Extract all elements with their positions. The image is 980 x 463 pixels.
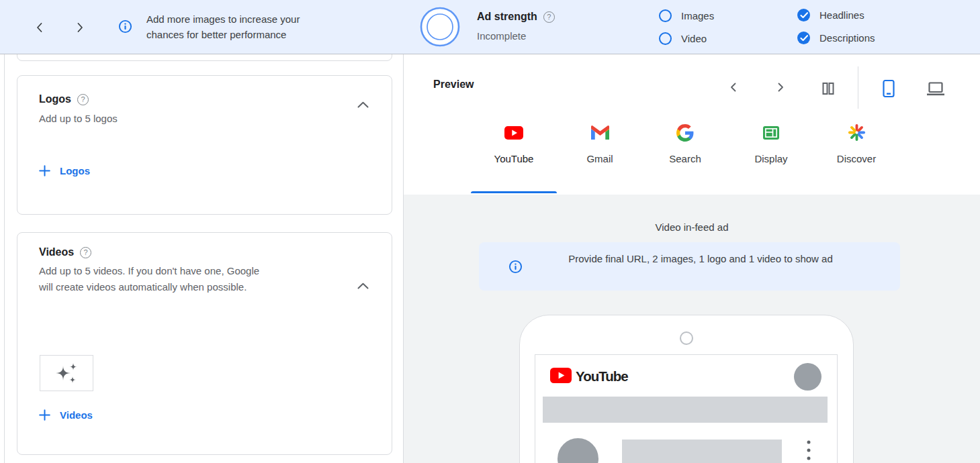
chevron-left-icon (728, 82, 739, 93)
phone-screen: YouTube (535, 354, 838, 463)
check-circle-icon (797, 9, 810, 21)
checklist-item-headlines[interactable]: Headlines (797, 9, 864, 21)
desktop-preview-icon (926, 81, 946, 97)
checklist-item-video[interactable]: Video (659, 32, 707, 45)
preview-info-banner: Provide final URL, 2 images, 1 logo and … (479, 242, 900, 291)
kebab-menu-icon (807, 440, 811, 463)
preview-previous-button[interactable] (724, 78, 743, 97)
add-logos-button[interactable]: Logos (38, 164, 91, 178)
ad-strength-label: Ad strength (477, 11, 537, 23)
logos-card-subtitle: Add up to 5 logos (39, 111, 118, 127)
youtube-logo: YouTube (550, 366, 644, 385)
preview-requirements-text: Provide final URL, 2 images, 1 logo and … (541, 251, 860, 267)
side-by-side-icon (821, 81, 836, 96)
chevron-left-icon (34, 21, 46, 34)
desktop-preview-toggle[interactable] (922, 77, 950, 101)
gmail-icon (557, 123, 643, 142)
videos-card-description: Add up to 5 videos. If you don't have on… (39, 263, 261, 295)
display-icon (728, 123, 814, 142)
help-icon[interactable]: ? (543, 11, 555, 23)
chevron-right-icon (775, 82, 786, 93)
preview-next-button[interactable] (771, 78, 790, 97)
checklist-item-images[interactable]: Images (659, 9, 714, 22)
help-icon[interactable]: ? (77, 94, 89, 105)
auto-video-sparkle-icon (52, 360, 81, 386)
ad-status-bar: Add more images to increase your chances… (0, 0, 980, 54)
check-circle-icon (797, 32, 810, 44)
youtube-icon (471, 123, 557, 142)
toolbar-divider (858, 66, 858, 109)
tab-search[interactable]: Search (642, 114, 728, 195)
performance-tip-text: Add more images to increase your chances… (146, 11, 322, 42)
radio-unchecked-icon (659, 9, 672, 22)
phone-mockup: YouTube (519, 315, 854, 463)
info-icon (118, 19, 132, 36)
add-videos-button[interactable]: Videos (38, 408, 94, 422)
panel-left-edge (4, 54, 5, 463)
tab-display[interactable]: Display (728, 114, 814, 195)
videos-card-title: Videos (39, 246, 74, 258)
chevron-up-icon (357, 101, 369, 108)
channel-avatar-placeholder (558, 438, 598, 463)
mobile-preview-toggle[interactable] (877, 75, 900, 102)
ad-strength-title: Ad strength ? (477, 11, 555, 23)
ad-format-label: Video in-feed ad (404, 221, 980, 233)
plus-icon (39, 165, 50, 176)
previous-ad-button[interactable] (30, 17, 50, 38)
checklist-item-descriptions[interactable]: Descriptions (797, 32, 875, 44)
chevron-right-icon (74, 21, 86, 34)
info-icon (508, 260, 523, 276)
collapse-videos-button[interactable] (352, 276, 374, 297)
ad-strength-gauge (419, 6, 461, 50)
side-by-side-view-button[interactable] (817, 77, 840, 100)
discover-icon (813, 123, 899, 142)
ad-strength-status: Incomplete (477, 30, 526, 42)
avatar-placeholder (794, 363, 821, 391)
content-placeholder (622, 440, 782, 463)
videos-card: Videos ? Add up to 5 videos. If you don'… (17, 232, 392, 455)
help-icon[interactable]: ? (80, 247, 91, 258)
chevron-up-icon (357, 282, 369, 289)
svg-text:YouTube: YouTube (576, 368, 628, 384)
logos-card-title: Logos (39, 93, 71, 105)
next-ad-button[interactable] (70, 17, 90, 38)
preview-title: Preview (433, 79, 474, 91)
collapse-logos-button[interactable] (352, 95, 374, 115)
tab-discover[interactable]: Discover (813, 114, 899, 195)
plus-icon (39, 409, 50, 421)
google-ads-asset-editor: Add more images to increase your chances… (0, 0, 980, 463)
google-search-icon (642, 123, 728, 142)
auto-generated-video-tile[interactable] (40, 355, 93, 391)
search-bar-placeholder (543, 397, 828, 423)
radio-unchecked-icon (659, 32, 672, 45)
mobile-preview-icon (881, 79, 896, 98)
tab-youtube[interactable]: YouTube (471, 114, 557, 195)
tab-gmail[interactable]: Gmail (557, 114, 643, 195)
phone-camera-dot (680, 331, 693, 345)
logos-card: Logos ? Add up to 5 logos Logos (17, 75, 392, 215)
